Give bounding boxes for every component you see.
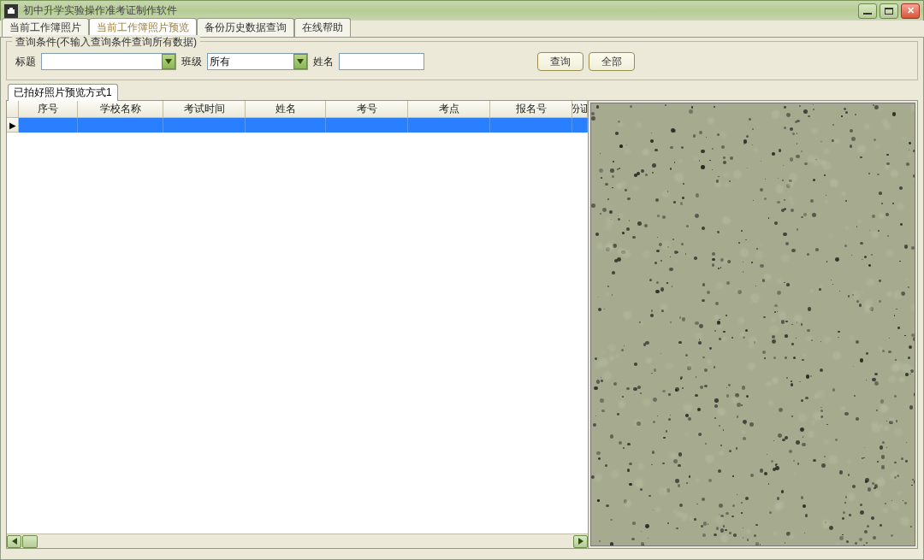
cell[interactable] <box>246 118 326 133</box>
label-title: 标题 <box>15 55 36 69</box>
col-school[interactable]: 学校名称 <box>78 101 163 118</box>
content-area: 查询条件(不输入查询条件查询所有数据) 标题 班级 姓名 查询 全部 <box>0 38 924 560</box>
query-groupbox: 查询条件(不输入查询条件查询所有数据) 标题 班级 姓名 查询 全部 <box>6 41 918 80</box>
row-indicator-icon: ▶ <box>7 118 19 133</box>
minimize-button[interactable] <box>858 3 877 19</box>
chevron-left-icon <box>12 538 17 545</box>
window-controls: ✕ <box>858 3 920 19</box>
scroll-right-button[interactable] <box>573 535 588 548</box>
cell[interactable] <box>326 118 408 133</box>
name-input[interactable] <box>339 53 424 70</box>
grid-body[interactable]: ▶ <box>7 118 588 533</box>
texture-background <box>591 103 915 545</box>
maximize-button[interactable] <box>880 3 898 19</box>
grid-corner <box>7 101 19 118</box>
cell[interactable] <box>163 118 246 133</box>
class-dropdown-button[interactable] <box>293 54 307 69</box>
class-combobox[interactable] <box>207 53 308 70</box>
cell[interactable] <box>19 118 78 133</box>
col-exam-no[interactable]: 考号 <box>326 101 408 118</box>
title-combobox[interactable] <box>41 53 176 70</box>
svg-rect-1 <box>9 8 13 9</box>
col-id[interactable]: 份证 <box>572 101 588 118</box>
chevron-down-icon <box>297 59 304 64</box>
window-title: 初中升学实验操作准考证制作软件 <box>23 3 858 18</box>
all-button[interactable]: 全部 <box>589 52 635 71</box>
lower-pane: 序号 学校名称 考试时间 姓名 考号 考点 报名号 份证 ▶ <box>6 101 918 549</box>
col-reg-no[interactable]: 报名号 <box>490 101 572 118</box>
class-input[interactable] <box>208 54 293 69</box>
col-site[interactable]: 考点 <box>408 101 490 118</box>
sub-tabs: 已拍好照片预览方式1 <box>6 85 918 101</box>
table-row[interactable]: ▶ <box>7 118 588 133</box>
grid-pane: 序号 学校名称 考试时间 姓名 考号 考点 报名号 份证 ▶ <box>7 101 589 548</box>
cell[interactable] <box>490 118 572 133</box>
chevron-down-icon <box>165 59 172 64</box>
app-icon <box>4 4 18 18</box>
sub-tab-preview-mode-1[interactable]: 已拍好照片预览方式1 <box>8 84 118 101</box>
tab-backup-history[interactable]: 备份历史数据查询 <box>197 18 294 37</box>
scroll-left-button[interactable] <box>7 535 21 548</box>
cell[interactable] <box>408 118 490 133</box>
maximize-icon <box>885 8 893 15</box>
close-button[interactable]: ✕ <box>901 3 920 19</box>
tab-online-help[interactable]: 在线帮助 <box>294 18 351 37</box>
cell[interactable] <box>572 118 588 133</box>
col-exam-time[interactable]: 考试时间 <box>163 101 246 118</box>
horizontal-scrollbar[interactable] <box>7 533 588 548</box>
col-seq[interactable]: 序号 <box>19 101 78 118</box>
grid-header-row: 序号 学校名称 考试时间 姓名 考号 考点 报名号 份证 <box>7 101 588 118</box>
tab-photos[interactable]: 当前工作簿照片 <box>2 18 89 37</box>
title-input[interactable] <box>42 54 162 69</box>
svg-rect-0 <box>8 9 15 14</box>
groupbox-title: 查询条件(不输入查询条件查询所有数据) <box>12 35 200 50</box>
col-name[interactable]: 姓名 <box>246 101 326 118</box>
search-button[interactable]: 查询 <box>537 52 583 71</box>
title-dropdown-button[interactable] <box>162 54 175 69</box>
chevron-right-icon <box>578 538 583 545</box>
query-row: 标题 班级 姓名 查询 全部 <box>15 52 909 71</box>
scrollbar-track[interactable] <box>22 535 572 548</box>
label-class: 班级 <box>181 55 202 69</box>
close-icon: ✕ <box>907 5 915 16</box>
photo-preview-pane <box>590 103 915 546</box>
scrollbar-thumb[interactable] <box>22 535 38 548</box>
cell[interactable] <box>78 118 163 133</box>
label-name: 姓名 <box>313 55 334 69</box>
minimize-icon <box>863 13 872 15</box>
